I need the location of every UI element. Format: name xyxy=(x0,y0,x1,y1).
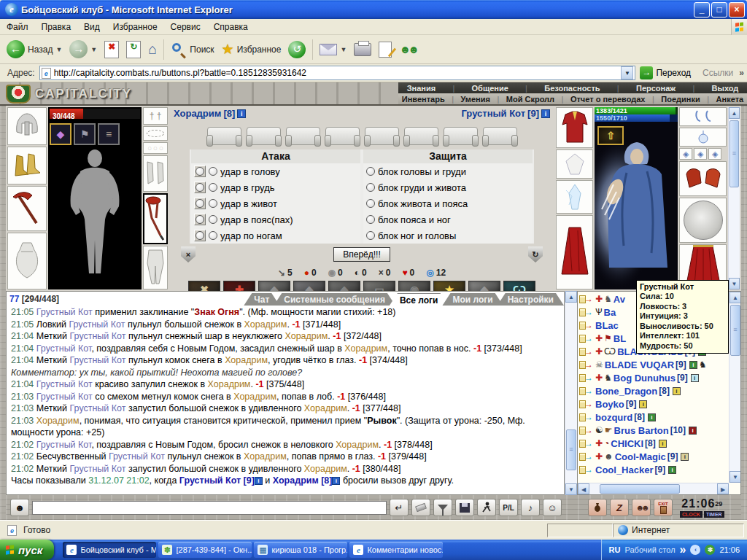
scroll-down-button[interactable]: ▼ xyxy=(729,278,740,289)
close-button[interactable]: × xyxy=(729,2,745,18)
back-dropdown-icon[interactable]: ▼ xyxy=(55,46,62,53)
nav-Безопасность[interactable]: Безопасность xyxy=(544,84,600,93)
menu-item-Справка[interactable]: Справка xyxy=(207,20,255,34)
nav-Знания[interactable]: Знания xyxy=(407,84,436,93)
amulet-slot[interactable] xyxy=(679,128,727,147)
players-hscrollbar-thumb[interactable] xyxy=(600,484,680,494)
necklace-slot[interactable] xyxy=(143,126,168,141)
player-info-icon[interactable]: i xyxy=(689,361,697,369)
info-icon[interactable]: i xyxy=(332,477,340,485)
ring-slot[interactable]: ◈ xyxy=(694,148,707,160)
favorites-button[interactable]: ★ Избранное xyxy=(218,39,285,60)
taskbar-task[interactable]: ✽[287-439-844] - Окн... xyxy=(158,542,252,558)
weapon-item-icon[interactable]: ⚑ xyxy=(74,123,96,145)
tab-Настройки[interactable]: Настройки xyxy=(498,293,564,306)
scroll-up-button[interactable]: ▲ xyxy=(729,107,740,119)
level-up-badge-icon[interactable]: ⇧ xyxy=(597,126,624,145)
subnav-Поединки[interactable]: Поединки xyxy=(661,95,700,104)
crutch-weapon-slot[interactable] xyxy=(143,193,168,244)
spell-scroll-slot[interactable] xyxy=(404,127,438,145)
attack-quick-button[interactable]: Z xyxy=(610,499,629,516)
nav-Общение[interactable]: Общение xyxy=(472,84,508,93)
player-info-icon[interactable]: i xyxy=(673,387,681,395)
subnav-Умения[interactable]: Умения xyxy=(461,95,490,104)
subnav-Мой Скролл[interactable]: Мой Скролл xyxy=(506,95,554,104)
smiles-button[interactable]: ☺ xyxy=(543,499,562,516)
robe-slot[interactable] xyxy=(556,215,593,289)
player-info-icon[interactable]: i xyxy=(689,427,697,435)
save-log-button[interactable] xyxy=(455,499,474,516)
scrollbar-thumb[interactable] xyxy=(729,120,739,187)
players-hscrollbar[interactable]: ◀ ▶ xyxy=(578,483,729,494)
attack-radio[interactable] xyxy=(209,199,217,208)
tab-Системные сообщения[interactable]: Системные сообщения xyxy=(274,293,395,306)
equipment-scrollbar[interactable]: ▲ ▼ xyxy=(728,107,740,289)
player-info-icon[interactable]: i xyxy=(648,413,656,421)
player-info-icon[interactable]: i xyxy=(681,453,689,461)
player-info-icon[interactable]: i xyxy=(691,374,699,382)
defense-radio[interactable] xyxy=(366,167,375,176)
player-row[interactable]: →Boyko[9]i xyxy=(578,397,728,411)
subnav-Анкета[interactable]: Анкета xyxy=(716,95,744,104)
left-player-info-icon[interactable]: i xyxy=(237,109,246,118)
money-button[interactable] xyxy=(588,499,607,516)
spell-scroll-slot[interactable] xyxy=(286,127,320,145)
messenger-button[interactable]: ☻☻ xyxy=(395,41,420,58)
attack-go-button[interactable]: Вперёд!!! xyxy=(333,247,390,262)
edit-button[interactable] xyxy=(375,39,395,60)
go-button[interactable]: → Переход xyxy=(640,66,691,79)
mail-button[interactable]: ▼ xyxy=(316,42,350,58)
chat-scroll-up-button[interactable]: ▲ xyxy=(565,291,577,303)
earrings-slot[interactable]: † † xyxy=(143,107,168,125)
earrings2-slot[interactable] xyxy=(679,107,727,126)
attack-radio-boxed[interactable] xyxy=(194,166,206,177)
chat-scrollbar[interactable]: ▲ ▼ xyxy=(565,291,577,495)
ring-slot[interactable]: ◈ xyxy=(679,148,692,160)
print-button[interactable] xyxy=(350,41,375,58)
defense-radio[interactable] xyxy=(366,199,375,208)
clear-button[interactable] xyxy=(411,499,430,516)
spell-scroll-slot[interactable] xyxy=(444,127,478,145)
maximize-button[interactable]: □ xyxy=(711,2,727,18)
player-row[interactable]: →✚☻Cool-Magic[9]i xyxy=(578,450,728,463)
attack-radio[interactable] xyxy=(209,183,217,192)
armor-slot[interactable] xyxy=(556,107,593,148)
sound-button[interactable]: ♪ xyxy=(521,499,540,516)
timer-label[interactable]: TIMER xyxy=(704,511,724,518)
speak-button[interactable]: ☻ xyxy=(10,499,29,516)
pl-button[interactable]: P/L xyxy=(499,499,518,516)
clock-label[interactable]: CLOCK xyxy=(680,511,703,518)
attack-radio[interactable] xyxy=(209,167,217,176)
players-scroll-up-button[interactable]: ▲ xyxy=(729,292,741,303)
rings-slot[interactable]: ◌ ◌ ◌ xyxy=(143,142,168,154)
home-button[interactable]: ⌂ xyxy=(144,39,160,60)
disc-shield-slot[interactable] xyxy=(679,198,727,243)
spell-scroll-slot[interactable] xyxy=(207,127,241,145)
right-player-info-icon[interactable]: i xyxy=(541,109,550,118)
taskbar-task[interactable]: eБойцовский клуб - М... xyxy=(63,542,156,558)
red-gloves-slot[interactable] xyxy=(679,161,727,196)
tab-Чат[interactable]: Чат xyxy=(244,293,279,306)
pants-slot[interactable] xyxy=(143,246,168,289)
player-info-icon[interactable]: i xyxy=(639,400,647,408)
player-row[interactable]: →bozqurd[8]i xyxy=(578,411,728,424)
menu-item-Избранное[interactable]: Избранное xyxy=(107,20,164,34)
menu-item-Вид[interactable]: Вид xyxy=(77,20,107,34)
forward-button[interactable]: →▼ xyxy=(66,38,101,61)
history-button[interactable]: ↺ xyxy=(285,39,309,61)
actions-button[interactable] xyxy=(477,499,496,516)
menu-item-Сервис[interactable]: Сервис xyxy=(164,20,207,34)
address-dropdown-button[interactable]: ▼ xyxy=(621,66,633,79)
nav-Персонаж[interactable]: Персонаж xyxy=(636,84,676,93)
taskbar-task[interactable]: ▦кирюша 018 - Прогр... xyxy=(254,542,347,558)
white-item-slot[interactable] xyxy=(556,149,593,179)
ring-slot[interactable]: ◈ xyxy=(708,148,721,160)
players-scrollbar-thumb[interactable] xyxy=(730,305,740,356)
player-row[interactable]: →✚♞Bog Dunuhus[9]i xyxy=(578,371,728,384)
tab-Мои логи[interactable]: Мои логи xyxy=(442,293,503,306)
menu-item-Файл[interactable]: Файл xyxy=(0,20,35,34)
attack-radio[interactable] xyxy=(209,231,217,240)
hide-icons-chevron[interactable]: ‹ xyxy=(690,545,700,555)
filter-button[interactable] xyxy=(433,499,452,516)
language-indicator[interactable]: RU xyxy=(609,545,621,554)
